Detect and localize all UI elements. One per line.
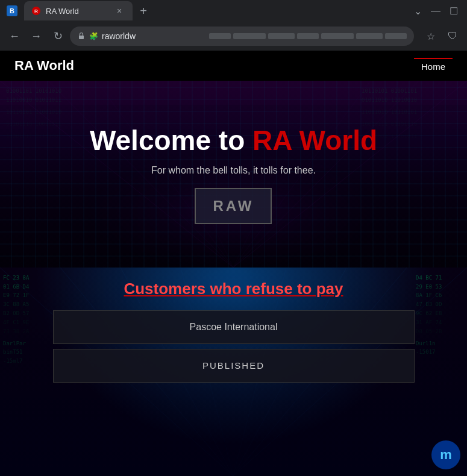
minimize-button[interactable]: —	[427, 2, 444, 19]
hero-title-prefix: Welcome to	[90, 125, 252, 156]
url-seg-1	[209, 33, 231, 39]
forward-button[interactable]: →	[27, 27, 46, 46]
url-text: raworldw	[102, 31, 201, 41]
status-card: PUBLISHED	[53, 349, 415, 383]
hero-section: 01001101 10101010 11010010 01011011 1011…	[0, 81, 467, 268]
active-tab[interactable]: R RA World ×	[24, 1, 133, 20]
address-bar-row: ← → ↻ 🧩 raworldw ☆ 🛡	[0, 22, 467, 51]
tab-favicon-icon: R	[31, 6, 41, 16]
back-button[interactable]: ←	[5, 27, 24, 46]
svg-text:m: m	[440, 447, 452, 462]
hero-content: Welcome to RA World For whom the bell to…	[90, 124, 377, 224]
hero-logo-text: RAW	[213, 198, 254, 214]
svg-rect-4	[79, 36, 84, 39]
url-seg-6	[356, 33, 383, 39]
svg-text:R: R	[34, 8, 38, 14]
extensions-icon: 🧩	[89, 32, 98, 40]
window-controls: ⌄ — ☐	[409, 2, 462, 19]
url-segments	[209, 33, 407, 39]
star-icon[interactable]: ☆	[421, 27, 440, 46]
hero-title: Welcome to RA World	[90, 124, 377, 157]
tab-bar: B R RA World × + ⌄ — ☐	[0, 0, 467, 22]
toolbar-icons: ☆ 🛡	[421, 27, 462, 46]
url-seg-2	[233, 33, 266, 39]
shield-icon[interactable]: 🛡	[443, 27, 462, 46]
url-seg-3	[268, 33, 295, 39]
lock-icon	[77, 31, 86, 42]
refresh-button[interactable]: ↻	[48, 27, 67, 46]
hero-title-brand: RA World	[252, 125, 377, 156]
lower-content: Customers who refuse to pay Pascoe Inter…	[0, 268, 467, 387]
maximize-button[interactable]: ☐	[445, 2, 462, 19]
status-text: PUBLISHED	[202, 360, 265, 371]
address-bar[interactable]: 🧩 raworldw	[70, 27, 414, 46]
site-logo: RA World	[14, 58, 74, 74]
new-tab-button[interactable]: +	[135, 2, 152, 19]
tab-close-button[interactable]: ×	[113, 5, 125, 17]
website-content: RA World Home	[0, 51, 467, 476]
url-seg-4	[297, 33, 319, 39]
company-name: Pascoe International	[190, 322, 278, 332]
site-navigation: RA World Home	[0, 51, 467, 81]
nav-home-link[interactable]: Home	[414, 58, 453, 74]
svg-text:B: B	[10, 7, 14, 14]
hero-subtitle: For whom the bell tolls, it tolls for th…	[90, 165, 377, 176]
url-seg-5	[321, 33, 354, 39]
lower-section: FC 23 8A 01 6B D4 E9 72 1F 3C 88 A5 B2 0…	[0, 268, 467, 476]
malwarebytes-icon: m	[431, 440, 461, 470]
section-title: Customers who refuse to pay	[124, 280, 343, 298]
url-seg-7	[385, 33, 407, 39]
tab-title: RA World	[46, 7, 108, 16]
hero-logo-box: RAW	[195, 188, 272, 224]
dropdown-button[interactable]: ⌄	[409, 2, 426, 19]
company-card: Pascoe International	[53, 310, 415, 344]
browser-chrome: B R RA World × + ⌄ — ☐ ← → ↻	[0, 0, 467, 51]
browser-logo-icon: B	[5, 4, 19, 18]
